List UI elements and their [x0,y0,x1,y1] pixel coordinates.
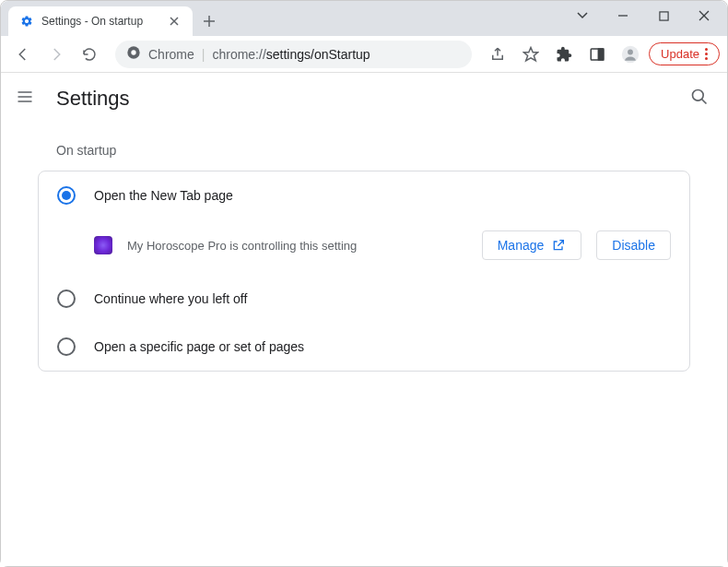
url-scheme: Chrome [148,47,194,62]
reload-button[interactable] [75,40,104,69]
close-window-button[interactable] [685,3,723,29]
extension-notice-row: My Horoscope Pro is controlling this set… [39,219,689,275]
titlebar: Settings - On startup [1,1,727,36]
manage-button[interactable]: Manage [482,230,582,260]
menu-icon[interactable] [16,88,38,110]
radio-label: Open the New Tab page [94,188,233,203]
radio-option-specific-pages[interactable]: Open a specific page or set of pages [39,323,689,371]
url-origin: chrome:// [212,47,265,62]
radio-selected-icon [57,186,76,205]
section-label: On startup [56,143,690,158]
chrome-logo-icon [126,45,141,63]
radio-label: Continue where you left off [94,291,247,306]
search-icon[interactable] [690,88,712,110]
manage-label: Manage [498,238,545,253]
disable-button[interactable]: Disable [596,230,671,260]
radio-unselected-icon [57,337,76,356]
svg-point-7 [628,49,633,54]
update-button[interactable]: Update [649,42,720,65]
settings-header: Settings [1,73,727,124]
address-bar[interactable]: Chrome | chrome://settings/onStartup [115,41,472,68]
svg-point-8 [693,90,704,101]
svg-rect-5 [599,49,604,60]
extensions-icon[interactable] [549,40,579,69]
more-menu-icon [705,48,708,60]
forward-button[interactable] [41,40,71,69]
new-tab-button[interactable] [196,8,222,34]
radio-label: Open a specific page or set of pages [94,339,304,354]
profile-icon[interactable] [616,40,645,69]
radio-option-continue[interactable]: Continue where you left off [39,275,689,323]
page-title: Settings [56,87,130,111]
back-button[interactable] [8,40,38,69]
radio-option-new-tab[interactable]: Open the New Tab page [39,171,689,219]
chevron-down-icon[interactable] [563,3,602,29]
browser-tab[interactable]: Settings - On startup [8,6,193,36]
gear-icon [19,14,34,29]
bookmark-icon[interactable] [516,40,546,69]
radio-unselected-icon [57,289,76,308]
update-label: Update [661,47,699,61]
extension-app-icon [94,236,112,254]
disable-label: Disable [612,238,655,253]
open-external-icon [551,238,566,253]
url-path: settings/onStartup [266,47,370,62]
extension-notice-text: My Horoscope Pro is controlling this set… [127,239,467,253]
minimize-button[interactable] [604,3,642,29]
share-icon[interactable] [483,40,512,69]
svg-point-2 [131,50,135,54]
maximize-button[interactable] [644,3,683,29]
close-tab-icon[interactable] [167,14,182,29]
side-panel-icon[interactable] [582,40,612,69]
startup-card: Open the New Tab page My Horoscope Pro i… [38,171,690,372]
toolbar: Chrome | chrome://settings/onStartup [1,36,727,73]
tab-title: Settings - On startup [41,15,143,28]
svg-rect-0 [659,11,667,19]
